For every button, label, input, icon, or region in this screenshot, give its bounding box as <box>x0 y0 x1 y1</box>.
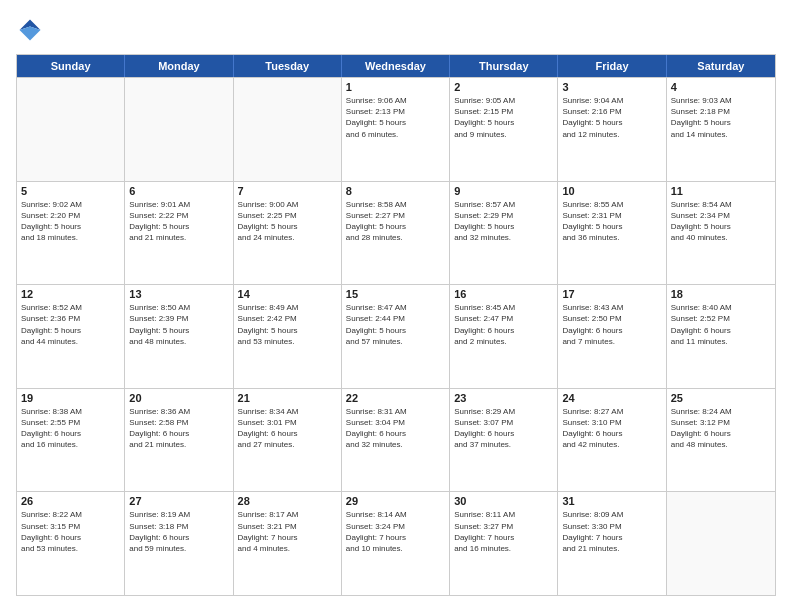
cal-cell-1-1: 6Sunrise: 9:01 AM Sunset: 2:22 PM Daylig… <box>125 182 233 285</box>
header-cell-tuesday: Tuesday <box>234 55 342 77</box>
cal-cell-0-5: 3Sunrise: 9:04 AM Sunset: 2:16 PM Daylig… <box>558 78 666 181</box>
cal-cell-1-3: 8Sunrise: 8:58 AM Sunset: 2:27 PM Daylig… <box>342 182 450 285</box>
cell-text: Sunrise: 8:31 AM Sunset: 3:04 PM Dayligh… <box>346 406 445 451</box>
cell-text: Sunrise: 8:54 AM Sunset: 2:34 PM Dayligh… <box>671 199 771 244</box>
header-cell-sunday: Sunday <box>17 55 125 77</box>
calendar: SundayMondayTuesdayWednesdayThursdayFrid… <box>16 54 776 596</box>
day-number: 30 <box>454 495 553 507</box>
cell-text: Sunrise: 8:22 AM Sunset: 3:15 PM Dayligh… <box>21 509 120 554</box>
cell-text: Sunrise: 9:03 AM Sunset: 2:18 PM Dayligh… <box>671 95 771 140</box>
cell-text: Sunrise: 8:49 AM Sunset: 2:42 PM Dayligh… <box>238 302 337 347</box>
cal-cell-3-3: 22Sunrise: 8:31 AM Sunset: 3:04 PM Dayli… <box>342 389 450 492</box>
logo <box>16 16 48 44</box>
header-cell-saturday: Saturday <box>667 55 775 77</box>
day-number: 31 <box>562 495 661 507</box>
cell-text: Sunrise: 8:45 AM Sunset: 2:47 PM Dayligh… <box>454 302 553 347</box>
cal-cell-3-1: 20Sunrise: 8:36 AM Sunset: 2:58 PM Dayli… <box>125 389 233 492</box>
calendar-row-0: 1Sunrise: 9:06 AM Sunset: 2:13 PM Daylig… <box>17 77 775 181</box>
cal-cell-3-2: 21Sunrise: 8:34 AM Sunset: 3:01 PM Dayli… <box>234 389 342 492</box>
cal-cell-2-3: 15Sunrise: 8:47 AM Sunset: 2:44 PM Dayli… <box>342 285 450 388</box>
day-number: 24 <box>562 392 661 404</box>
cal-cell-1-6: 11Sunrise: 8:54 AM Sunset: 2:34 PM Dayli… <box>667 182 775 285</box>
cell-text: Sunrise: 8:24 AM Sunset: 3:12 PM Dayligh… <box>671 406 771 451</box>
cal-cell-1-0: 5Sunrise: 9:02 AM Sunset: 2:20 PM Daylig… <box>17 182 125 285</box>
day-number: 28 <box>238 495 337 507</box>
cal-cell-2-2: 14Sunrise: 8:49 AM Sunset: 2:42 PM Dayli… <box>234 285 342 388</box>
cal-cell-3-6: 25Sunrise: 8:24 AM Sunset: 3:12 PM Dayli… <box>667 389 775 492</box>
cell-text: Sunrise: 9:04 AM Sunset: 2:16 PM Dayligh… <box>562 95 661 140</box>
day-number: 14 <box>238 288 337 300</box>
cell-text: Sunrise: 8:09 AM Sunset: 3:30 PM Dayligh… <box>562 509 661 554</box>
cell-text: Sunrise: 8:38 AM Sunset: 2:55 PM Dayligh… <box>21 406 120 451</box>
header-cell-friday: Friday <box>558 55 666 77</box>
day-number: 12 <box>21 288 120 300</box>
cal-cell-0-6: 4Sunrise: 9:03 AM Sunset: 2:18 PM Daylig… <box>667 78 775 181</box>
cal-cell-4-3: 29Sunrise: 8:14 AM Sunset: 3:24 PM Dayli… <box>342 492 450 595</box>
day-number: 8 <box>346 185 445 197</box>
cal-cell-1-4: 9Sunrise: 8:57 AM Sunset: 2:29 PM Daylig… <box>450 182 558 285</box>
day-number: 7 <box>238 185 337 197</box>
header <box>16 16 776 44</box>
cal-cell-3-4: 23Sunrise: 8:29 AM Sunset: 3:07 PM Dayli… <box>450 389 558 492</box>
cal-cell-2-1: 13Sunrise: 8:50 AM Sunset: 2:39 PM Dayli… <box>125 285 233 388</box>
cell-text: Sunrise: 8:57 AM Sunset: 2:29 PM Dayligh… <box>454 199 553 244</box>
cal-cell-2-5: 17Sunrise: 8:43 AM Sunset: 2:50 PM Dayli… <box>558 285 666 388</box>
cell-text: Sunrise: 8:27 AM Sunset: 3:10 PM Dayligh… <box>562 406 661 451</box>
day-number: 27 <box>129 495 228 507</box>
cal-cell-4-2: 28Sunrise: 8:17 AM Sunset: 3:21 PM Dayli… <box>234 492 342 595</box>
day-number: 29 <box>346 495 445 507</box>
day-number: 25 <box>671 392 771 404</box>
cal-cell-2-6: 18Sunrise: 8:40 AM Sunset: 2:52 PM Dayli… <box>667 285 775 388</box>
cell-text: Sunrise: 9:05 AM Sunset: 2:15 PM Dayligh… <box>454 95 553 140</box>
cal-cell-3-0: 19Sunrise: 8:38 AM Sunset: 2:55 PM Dayli… <box>17 389 125 492</box>
day-number: 2 <box>454 81 553 93</box>
cell-text: Sunrise: 8:47 AM Sunset: 2:44 PM Dayligh… <box>346 302 445 347</box>
day-number: 13 <box>129 288 228 300</box>
day-number: 20 <box>129 392 228 404</box>
cal-cell-4-6 <box>667 492 775 595</box>
day-number: 1 <box>346 81 445 93</box>
cell-text: Sunrise: 9:02 AM Sunset: 2:20 PM Dayligh… <box>21 199 120 244</box>
cell-text: Sunrise: 8:11 AM Sunset: 3:27 PM Dayligh… <box>454 509 553 554</box>
day-number: 3 <box>562 81 661 93</box>
calendar-row-3: 19Sunrise: 8:38 AM Sunset: 2:55 PM Dayli… <box>17 388 775 492</box>
day-number: 18 <box>671 288 771 300</box>
calendar-row-1: 5Sunrise: 9:02 AM Sunset: 2:20 PM Daylig… <box>17 181 775 285</box>
day-number: 15 <box>346 288 445 300</box>
cal-cell-2-0: 12Sunrise: 8:52 AM Sunset: 2:36 PM Dayli… <box>17 285 125 388</box>
cal-cell-0-1 <box>125 78 233 181</box>
cal-cell-4-5: 31Sunrise: 8:09 AM Sunset: 3:30 PM Dayli… <box>558 492 666 595</box>
cell-text: Sunrise: 9:06 AM Sunset: 2:13 PM Dayligh… <box>346 95 445 140</box>
header-cell-wednesday: Wednesday <box>342 55 450 77</box>
cell-text: Sunrise: 8:17 AM Sunset: 3:21 PM Dayligh… <box>238 509 337 554</box>
day-number: 22 <box>346 392 445 404</box>
day-number: 26 <box>21 495 120 507</box>
day-number: 9 <box>454 185 553 197</box>
logo-icon <box>16 16 44 44</box>
cal-cell-4-4: 30Sunrise: 8:11 AM Sunset: 3:27 PM Dayli… <box>450 492 558 595</box>
cell-text: Sunrise: 8:34 AM Sunset: 3:01 PM Dayligh… <box>238 406 337 451</box>
header-cell-thursday: Thursday <box>450 55 558 77</box>
calendar-header: SundayMondayTuesdayWednesdayThursdayFrid… <box>17 55 775 77</box>
day-number: 16 <box>454 288 553 300</box>
cal-cell-2-4: 16Sunrise: 8:45 AM Sunset: 2:47 PM Dayli… <box>450 285 558 388</box>
cal-cell-1-2: 7Sunrise: 9:00 AM Sunset: 2:25 PM Daylig… <box>234 182 342 285</box>
cal-cell-0-0 <box>17 78 125 181</box>
calendar-body: 1Sunrise: 9:06 AM Sunset: 2:13 PM Daylig… <box>17 77 775 595</box>
cell-text: Sunrise: 8:29 AM Sunset: 3:07 PM Dayligh… <box>454 406 553 451</box>
cell-text: Sunrise: 8:52 AM Sunset: 2:36 PM Dayligh… <box>21 302 120 347</box>
day-number: 11 <box>671 185 771 197</box>
cal-cell-3-5: 24Sunrise: 8:27 AM Sunset: 3:10 PM Dayli… <box>558 389 666 492</box>
cell-text: Sunrise: 8:19 AM Sunset: 3:18 PM Dayligh… <box>129 509 228 554</box>
header-cell-monday: Monday <box>125 55 233 77</box>
day-number: 17 <box>562 288 661 300</box>
cell-text: Sunrise: 8:55 AM Sunset: 2:31 PM Dayligh… <box>562 199 661 244</box>
cal-cell-0-4: 2Sunrise: 9:05 AM Sunset: 2:15 PM Daylig… <box>450 78 558 181</box>
cell-text: Sunrise: 8:14 AM Sunset: 3:24 PM Dayligh… <box>346 509 445 554</box>
cal-cell-1-5: 10Sunrise: 8:55 AM Sunset: 2:31 PM Dayli… <box>558 182 666 285</box>
day-number: 5 <box>21 185 120 197</box>
day-number: 19 <box>21 392 120 404</box>
cell-text: Sunrise: 9:00 AM Sunset: 2:25 PM Dayligh… <box>238 199 337 244</box>
cell-text: Sunrise: 8:36 AM Sunset: 2:58 PM Dayligh… <box>129 406 228 451</box>
cal-cell-4-1: 27Sunrise: 8:19 AM Sunset: 3:18 PM Dayli… <box>125 492 233 595</box>
